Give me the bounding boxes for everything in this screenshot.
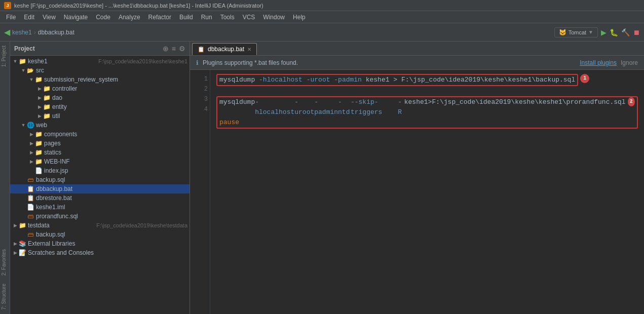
- code-path-2: F:\jsp_code\idea2019\keshe\keshe1\proran…: [432, 97, 625, 107]
- toolbar: ◀ keshe1 › dbbackup.bat 🐱 Tomcat ▼ ▶ 🐛 🔨…: [0, 23, 644, 42]
- label-webinf: WEB-INF: [44, 158, 187, 165]
- build-button[interactable]: 🔨: [621, 28, 630, 36]
- tree-item-indexjsp[interactable]: ▶ 📄 index.jsp: [10, 166, 190, 175]
- menu-help[interactable]: Help: [289, 13, 310, 22]
- tree-item-testdata-backup[interactable]: ▶ 🗃 backup.sql: [10, 230, 190, 239]
- ignore-link[interactable]: Ignore: [621, 59, 638, 66]
- tab-label: dbbackup.bat: [208, 46, 244, 53]
- tree-item-controller[interactable]: ▶ 📁 controller: [10, 84, 190, 93]
- tree-item-keshe1[interactable]: ▼ 📁 keshe1 F:\jsp_code\idea2019\keshe\ke…: [10, 57, 190, 66]
- label-src: src: [36, 67, 187, 74]
- tree-item-dbbackup[interactable]: ▶ 📋 dbbackup.bat: [10, 184, 190, 193]
- tree-item-components[interactable]: ▶ 📁 components: [10, 130, 190, 139]
- label-testdata-backup: backup.sql: [36, 231, 187, 238]
- label-web: web: [36, 122, 187, 129]
- tree-item-submission[interactable]: ▼ 📁 submission_review_system: [10, 75, 190, 84]
- collapse-icon[interactable]: ≡: [172, 45, 176, 53]
- project-tree: ▼ 📁 keshe1 F:\jsp_code\idea2019\keshe\ke…: [10, 56, 190, 314]
- menu-edit[interactable]: Edit: [20, 13, 39, 22]
- code-flag-p2: -padmin: [314, 97, 338, 117]
- menu-view[interactable]: View: [39, 13, 60, 22]
- back-icon[interactable]: ◀: [4, 27, 10, 37]
- tree-item-webinf[interactable]: ▶ 📁 WEB-INF: [10, 157, 190, 166]
- tree-item-dbrestore[interactable]: ▶ 📋 dbrestore.bat: [10, 193, 190, 203]
- menu-file[interactable]: File: [2, 13, 20, 22]
- run-config-button[interactable]: 🐱 Tomcat ▼: [554, 27, 598, 37]
- breadcrumb-project[interactable]: keshe1: [12, 29, 32, 36]
- tree-item-iml[interactable]: ▶ 📄 keshe1.iml: [10, 203, 190, 212]
- menu-refactor[interactable]: Refactor: [144, 13, 175, 22]
- arrow-keshe1: ▼: [12, 58, 18, 64]
- menu-window[interactable]: Window: [259, 13, 289, 22]
- scratch-icon: 📝: [18, 249, 26, 257]
- project-header-icons: ⊕ ≡ ⚙: [163, 45, 185, 53]
- breadcrumb-file[interactable]: dbbackup.bat: [38, 29, 74, 36]
- tree-item-pages[interactable]: ▶ 📁 pages: [10, 139, 190, 148]
- arrow-webinf: ▶: [28, 159, 34, 165]
- arrow-entity: ▶: [36, 104, 43, 110]
- tree-item-backupsql[interactable]: ▶ 🗃 backup.sql: [10, 175, 190, 184]
- install-plugins-link[interactable]: Install plugins: [580, 59, 617, 66]
- jsp-icon: 📄: [34, 167, 43, 175]
- tab-close-button[interactable]: ✕: [247, 47, 251, 52]
- tree-item-src[interactable]: ▼ 📂 src: [10, 66, 190, 75]
- stop-button[interactable]: ⏹: [633, 28, 640, 36]
- tree-item-scratches[interactable]: ▶ 📝 Scratches and Consoles: [10, 248, 190, 257]
- tree-item-dao[interactable]: ▶ 📁 dao: [10, 93, 190, 102]
- sidebar-tab-project[interactable]: 1: Project: [0, 42, 10, 71]
- menu-analyze[interactable]: Analyze: [115, 13, 144, 22]
- path-testdata: F:\jsp_code\idea2019\keshe\testdata: [96, 222, 187, 228]
- line-numbers: 1 2 3 4: [190, 70, 210, 314]
- line-num-3: 3: [190, 94, 208, 104]
- tomcat-label: Tomcat: [569, 29, 586, 35]
- toolbar-right: 🐱 Tomcat ▼ ▶ 🐛 🔨 ⏹: [554, 27, 640, 37]
- arrow-testdata: ▶: [12, 222, 18, 228]
- project-title: Project: [14, 45, 159, 52]
- menu-tools[interactable]: Tools: [216, 13, 239, 22]
- arrow-submission: ▼: [28, 76, 34, 83]
- label-dao: dao: [52, 94, 187, 101]
- plugin-notif-text: Plugins supporting *.bat files found.: [203, 59, 576, 66]
- menu-code[interactable]: Code: [92, 13, 115, 22]
- menu-vcs[interactable]: VCS: [239, 13, 259, 22]
- sql-icon-1: 🗃: [26, 176, 34, 184]
- tab-bat-icon: 📋: [198, 46, 205, 53]
- title-bar: J keshe [F:\jsp_code\idea2019\keshe] - .…: [0, 0, 644, 11]
- tree-item-testdata[interactable]: ▶ 📁 testdata F:\jsp_code\idea2019\keshe\…: [10, 221, 190, 230]
- tree-item-web[interactable]: ▼ 🌐 web: [10, 121, 190, 130]
- tree-item-prorandfunc[interactable]: ▶ 🗃 prorandfunc.sql: [10, 212, 190, 221]
- sync-icon[interactable]: ⊕: [163, 45, 169, 53]
- code-mysqldump-2: mysqldump: [219, 97, 255, 107]
- editor-tab-dbbackup[interactable]: 📋 dbbackup.bat ✕: [192, 43, 257, 55]
- code-flag-skip: --skip-triggers: [351, 97, 398, 117]
- arrow-src: ▼: [20, 67, 26, 73]
- tree-item-entity[interactable]: ▶ 📁 entity: [10, 102, 190, 111]
- code-val-2: keshe1>: [404, 97, 432, 107]
- folder-icon-dao: 📁: [43, 94, 51, 102]
- bat-icon-1: 📋: [26, 185, 34, 193]
- editor-tabs: 📋 dbbackup.bat ✕: [190, 42, 644, 56]
- menu-navigate[interactable]: Navigate: [60, 13, 92, 22]
- code-flag-h1: -hlocalhost: [259, 76, 302, 84]
- line-num-2: 2: [190, 84, 208, 94]
- menu-build[interactable]: Build: [175, 13, 197, 22]
- badge-1: 1: [580, 74, 589, 83]
- sidebar-tab-favorites[interactable]: 2: Favorites: [0, 245, 10, 280]
- label-iml: keshe1.iml: [36, 204, 187, 211]
- settings-icon[interactable]: ⚙: [179, 45, 185, 53]
- menu-run[interactable]: Run: [197, 13, 216, 22]
- tree-item-statics[interactable]: ▶ 📁 statics: [10, 148, 190, 157]
- tree-item-util[interactable]: ▶ 📁 util: [10, 111, 190, 121]
- iml-icon: 📄: [26, 203, 34, 211]
- debug-button[interactable]: 🐛: [610, 28, 618, 36]
- editor-content[interactable]: mysqldump -hlocalhost -uroot -padmin kes…: [210, 70, 644, 314]
- label-extlib: External Libraries: [28, 240, 187, 247]
- folder-icon-submission: 📁: [34, 75, 43, 84]
- tree-item-extlib[interactable]: ▶ 📚 External Libraries: [10, 239, 190, 248]
- breadcrumb: ◀ keshe1 › dbbackup.bat: [4, 27, 552, 37]
- project-panel: Project ⊕ ≡ ⚙ ▼ 📁 keshe1 F:\jsp_code\ide…: [10, 42, 190, 314]
- line-num-4: 4: [190, 104, 208, 114]
- code-flag-r: -R: [398, 97, 404, 117]
- run-button[interactable]: ▶: [601, 28, 607, 36]
- sidebar-tab-structure[interactable]: 7: Structure: [0, 280, 10, 314]
